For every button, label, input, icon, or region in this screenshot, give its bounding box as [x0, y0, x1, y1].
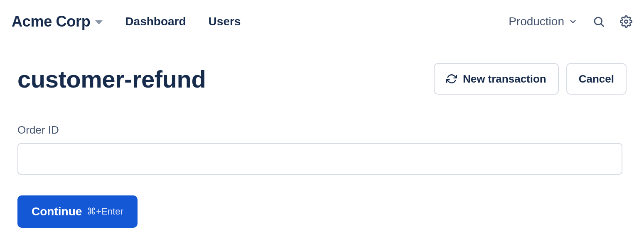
settings-gear-icon[interactable]	[620, 15, 632, 28]
svg-line-1	[601, 24, 603, 26]
order-id-label: Order ID	[17, 124, 627, 137]
order-id-field: Order ID	[17, 124, 627, 175]
new-transaction-label: New transaction	[463, 73, 546, 85]
nav-link-users[interactable]: Users	[209, 15, 241, 28]
continue-button[interactable]: Continue ⌘+Enter	[17, 195, 138, 228]
svg-point-2	[624, 20, 628, 23]
org-switcher[interactable]: Acme Corp	[12, 13, 103, 30]
top-nav-left: Acme Corp Dashboard Users	[12, 13, 241, 30]
environment-label: Production	[509, 15, 564, 28]
top-nav: Acme Corp Dashboard Users Production	[0, 0, 644, 43]
new-transaction-button[interactable]: New transaction	[434, 63, 559, 95]
main-content: customer-refund New transaction Cancel O…	[0, 43, 644, 239]
search-icon[interactable]	[592, 15, 605, 28]
page-header: customer-refund New transaction Cancel	[17, 63, 627, 95]
org-name: Acme Corp	[12, 13, 90, 30]
continue-label: Continue	[32, 205, 82, 218]
top-nav-right: Production	[509, 15, 632, 28]
form-actions: Continue ⌘+Enter	[17, 195, 627, 228]
environment-switcher[interactable]: Production	[509, 15, 578, 28]
page-title: customer-refund	[17, 65, 206, 93]
refresh-icon	[446, 73, 457, 84]
cancel-button[interactable]: Cancel	[566, 63, 627, 95]
header-actions: New transaction Cancel	[434, 63, 627, 95]
cancel-label: Cancel	[579, 73, 614, 85]
keyboard-shortcut-hint: ⌘+Enter	[87, 206, 123, 217]
caret-down-icon	[95, 20, 103, 24]
order-id-input[interactable]	[17, 143, 622, 175]
nav-link-dashboard[interactable]: Dashboard	[125, 15, 186, 28]
chevron-down-icon	[568, 17, 578, 26]
